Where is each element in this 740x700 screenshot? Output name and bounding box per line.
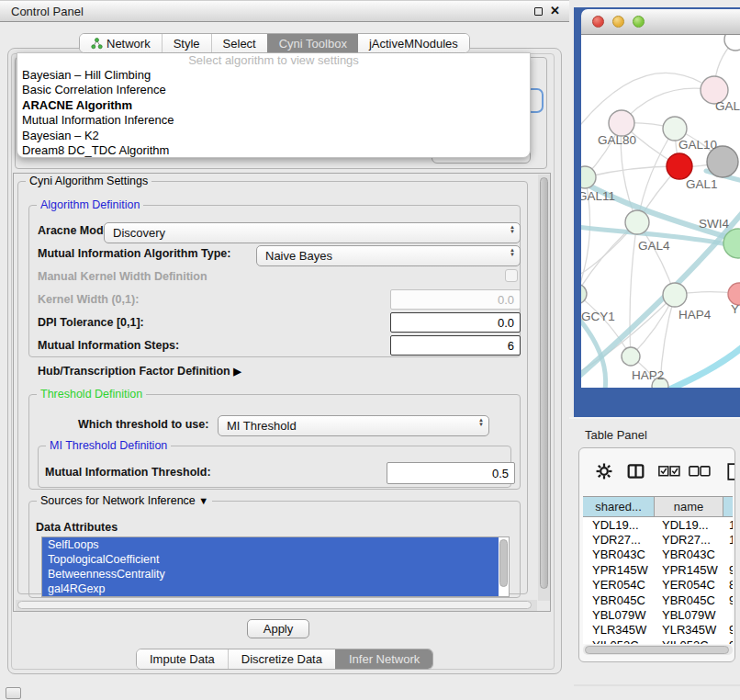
dpi-tolerance-label: DPI Tolerance [0,1]: <box>38 316 144 329</box>
table-horizontal-scrollbar-thumb[interactable] <box>585 646 729 654</box>
attribute-list-item[interactable]: BetweennessCentrality <box>42 567 499 581</box>
manual-kernel-checkbox[interactable] <box>505 269 518 282</box>
network-window-titlebar[interactable] <box>581 9 740 35</box>
attribute-list-item[interactable]: gal4RGexp <box>42 581 499 596</box>
table-row[interactable]: YIL053C YIL053C 9. <box>583 638 733 644</box>
combo-spinner-icon: ▲▼ <box>510 225 515 234</box>
column-header-name[interactable]: name <box>655 497 723 516</box>
select-none-icon[interactable] <box>689 466 711 477</box>
table-row[interactable]: YER054C YER054C 8. <box>583 578 733 593</box>
kernel-width-input[interactable] <box>390 289 521 310</box>
table-row[interactable]: YLR345W YLR345W 9. <box>583 623 733 638</box>
attribute-list-item[interactable]: TopologicalCoefficient <box>42 552 499 567</box>
table-row[interactable]: YBR043C YBR043C <box>583 548 733 562</box>
column-header-shared-name[interactable]: shared... <box>583 497 655 516</box>
table-row[interactable]: YBL079W YBL079W <box>583 607 733 622</box>
algorithm-popup-item[interactable]: Bayesian – Hill Climbing <box>17 68 530 83</box>
algorithm-dropdown-popup: Select algorithm to view settings Bayesi… <box>17 52 531 158</box>
tab-cyni-toolbox[interactable]: Cyni Toolbox <box>267 34 358 52</box>
which-threshold-combo[interactable]: MI Threshold ▲▼ <box>218 415 489 436</box>
network-node-label: HAP2 <box>632 368 664 382</box>
tab-jactivemnodules[interactable]: jActiveMNodules <box>358 34 469 52</box>
settings-vertical-scrollbar[interactable] <box>538 175 550 601</box>
network-edge[interactable] <box>581 294 631 356</box>
network-node-HAP4[interactable] <box>663 283 687 307</box>
algorithm-definition-title: Algorithm Definition <box>37 198 143 211</box>
network-node-label: GAL80 <box>598 133 636 147</box>
combo-spinner-icon: ▲▼ <box>478 418 484 427</box>
hub-definition-toggle[interactable]: Hub/Transcription Factor Definition ▶ <box>38 365 241 378</box>
network-node-HAP2[interactable] <box>622 347 640 366</box>
network-node-GAL1[interactable] <box>667 153 692 179</box>
split-columns-icon[interactable] <box>627 463 645 480</box>
cyni-settings-scrollpane: Cyni Algorithm Settings Algorithm Defini… <box>13 173 551 612</box>
mi-algorithm-type-combo[interactable]: Naive Bayes ▲▼ <box>256 245 521 266</box>
table-horizontal-scrollbar[interactable] <box>583 645 733 655</box>
algorithm-popup-item[interactable]: Mutual Information Inference <box>17 113 530 128</box>
tab-style[interactable]: Style <box>162 34 211 52</box>
tab-select[interactable]: Select <box>211 34 267 52</box>
algorithm-popup-prompt: Select algorithm to view settings <box>17 53 530 68</box>
sources-title[interactable]: Sources for Network Inference ▼ <box>37 494 212 507</box>
data-attributes-list: SelfLoopsTopologicalCoefficientBetweenne… <box>41 536 510 597</box>
algorithm-popup-item[interactable]: Bayesian – K2 <box>17 129 530 143</box>
mi-threshold-input[interactable] <box>387 462 515 484</box>
table-row[interactable]: YDR27... YDR27... 12 <box>583 532 733 547</box>
mi-threshold-label: Mutual Information Threshold: <box>45 466 211 479</box>
network-node-GAL80[interactable] <box>609 110 634 136</box>
network-edge[interactable] <box>630 222 637 356</box>
algorithm-popup-item[interactable]: ARACNE Algorithm <box>17 98 530 113</box>
which-threshold-label: Which threshold to use: <box>78 418 208 431</box>
network-node-label: HAP4 <box>678 308 712 322</box>
control-panel-title: Control Panel <box>0 5 534 18</box>
mi-steps-input[interactable] <box>390 335 521 356</box>
collapsed-arrow-icon: ▶ <box>233 366 241 377</box>
table-panel-title: Table Panel <box>585 428 647 442</box>
network-node-label: GAL <box>715 99 740 113</box>
table-row[interactable]: YPR145W YPR145W 9. <box>583 562 733 577</box>
restore-window-icon[interactable] <box>534 7 543 16</box>
column-header-partial[interactable] <box>723 497 733 516</box>
network-node-GAL4[interactable] <box>625 210 649 234</box>
network-edge[interactable] <box>585 166 679 177</box>
close-traffic-light-icon[interactable] <box>592 16 604 28</box>
minimize-traffic-light-icon[interactable] <box>612 16 624 28</box>
manual-kernel-label: Manual Kernel Width Definition <box>38 270 207 283</box>
attribute-list-item[interactable]: SelfLoops <box>42 537 499 552</box>
settings-horizontal-scrollbar-thumb[interactable] <box>17 601 532 609</box>
network-node-label: GAL1 <box>686 177 718 191</box>
network-node-label: GAL10 <box>678 138 717 152</box>
algorithm-popup-item[interactable]: Basic Correlation Inference <box>17 83 530 97</box>
network-node-label: GAL4 <box>638 239 670 253</box>
algorithm-popup-item[interactable]: Dream8 DC_TDC Algorithm <box>17 143 530 158</box>
combo-spinner-icon: ▲▼ <box>510 248 515 257</box>
network-canvas[interactable]: GALGAL80GAL10GAL1GAL11GAL4SWI4GCY1HAP4YH… <box>581 35 740 388</box>
network-node-label: GAL11 <box>581 189 615 203</box>
minimized-panel-icon[interactable] <box>6 687 21 699</box>
mi-algorithm-type-label: Mutual Information Algorithm Type: <box>38 247 230 260</box>
table-rows: YDL19... YDL19... 13 YDR27... YDR27... 1… <box>583 517 733 644</box>
attributes-list-scrollbar[interactable] <box>499 539 508 587</box>
aracne-mode-combo[interactable]: Discovery ▲▼ <box>104 222 521 243</box>
file-icon[interactable] <box>726 463 735 480</box>
close-window-icon[interactable]: ✕ <box>550 6 560 16</box>
settings-horizontal-scrollbar[interactable] <box>16 600 537 611</box>
network-node-label: GCY1 <box>581 310 615 323</box>
tab-impute-data[interactable]: Impute Data <box>137 649 228 669</box>
network-node-n0[interactable] <box>724 35 740 51</box>
network-edge-thick[interactable] <box>666 345 740 388</box>
apply-button[interactable]: Apply <box>247 619 309 638</box>
select-all-checked-icon[interactable] <box>658 466 680 477</box>
zoom-traffic-light-icon[interactable] <box>633 16 645 28</box>
settings-vertical-scrollbar-thumb[interactable] <box>540 177 548 589</box>
dpi-tolerance-input[interactable] <box>390 312 521 333</box>
tab-label: Network <box>107 37 151 51</box>
aracne-mode-label: Aracne Mode: <box>38 224 114 237</box>
tab-infer-network[interactable]: Infer Network <box>335 649 432 669</box>
tab-discretize-data[interactable]: Discretize Data <box>228 649 335 669</box>
table-row[interactable]: YBR045C YBR045C 9. <box>583 593 733 607</box>
gear-icon[interactable] <box>596 463 612 480</box>
tab-network[interactable]: Network <box>80 34 162 52</box>
table-row[interactable]: YDL19... YDL19... 13 <box>583 517 733 532</box>
table-panel-divider <box>569 417 740 419</box>
